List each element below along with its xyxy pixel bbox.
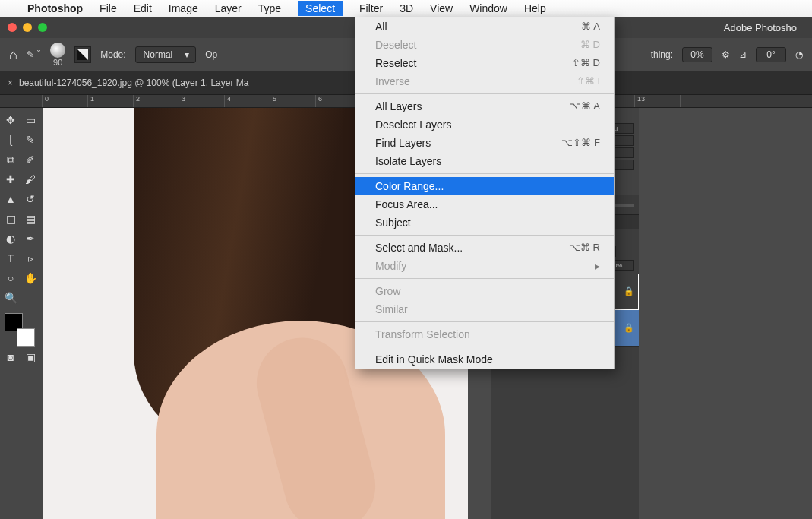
smoothing-input[interactable]: 0% bbox=[682, 47, 712, 62]
zoom-window-button[interactable] bbox=[38, 23, 47, 32]
healing-brush-tool[interactable]: ✚ bbox=[2, 170, 20, 188]
brush-tool-icon[interactable]: ✎ ˅ bbox=[27, 49, 41, 60]
menu-type[interactable]: Type bbox=[258, 2, 281, 14]
background-color[interactable] bbox=[17, 328, 35, 347]
menu-item-inverse[interactable]: Inverse⇧⌘ I bbox=[355, 72, 614, 90]
quick-mask-toggle[interactable]: ◙ bbox=[2, 348, 20, 366]
menu-item-deselect[interactable]: Deselect⌘ D bbox=[355, 36, 614, 54]
home-button[interactable]: ⌂ bbox=[9, 47, 17, 63]
menu-item-grow[interactable]: Grow bbox=[355, 282, 614, 300]
smoothing-options-icon[interactable]: ⚙ bbox=[722, 49, 730, 60]
foreground-background-colors[interactable] bbox=[2, 313, 38, 347]
brush-size-label: 90 bbox=[53, 58, 62, 67]
dodge-tool[interactable]: ◐ bbox=[2, 229, 20, 248]
path-select-tool[interactable]: ▹ bbox=[21, 249, 39, 267]
menu-item-find-layers[interactable]: Find Layers⌥⇧⌘ F bbox=[355, 134, 614, 152]
shape-tool[interactable]: ○ bbox=[2, 269, 20, 287]
menu-view[interactable]: View bbox=[430, 2, 453, 14]
mode-label: Mode: bbox=[100, 49, 125, 60]
select-menu-dropdown: All⌘ A Deselect⌘ D Reselect⇧⌘ D Inverse⇧… bbox=[355, 17, 615, 369]
pen-tool[interactable]: ✒ bbox=[21, 229, 39, 248]
menu-item-quick-mask[interactable]: Edit in Quick Mask Mode bbox=[355, 350, 614, 369]
document-tab-title[interactable]: beautiful-1274056_1920.jpg @ 100% (Layer… bbox=[19, 78, 248, 88]
menu-item-reselect[interactable]: Reselect⇧⌘ D bbox=[355, 54, 614, 72]
angle-icon: ⊿ bbox=[739, 49, 747, 60]
menu-edit[interactable]: Edit bbox=[134, 2, 152, 14]
hand-tool[interactable]: ✋ bbox=[21, 269, 39, 287]
menu-filter[interactable]: Filter bbox=[359, 2, 383, 14]
blend-mode-select[interactable]: Normal bbox=[135, 46, 197, 63]
close-tab-button[interactable]: × bbox=[8, 78, 13, 88]
menu-item-color-range[interactable]: Color Range... bbox=[355, 177, 614, 195]
eyedropper-tool[interactable]: ✐ bbox=[21, 150, 39, 169]
minimize-window-button[interactable] bbox=[23, 23, 32, 32]
crop-tool[interactable]: ⧉ bbox=[2, 150, 20, 169]
traffic-lights bbox=[8, 23, 47, 32]
menu-help[interactable]: Help bbox=[524, 2, 546, 14]
menu-item-all-layers[interactable]: All Layers⌥⌘ A bbox=[355, 97, 614, 116]
lasso-tool[interactable]: ɭ bbox=[2, 131, 20, 149]
menu-window[interactable]: Window bbox=[469, 2, 507, 14]
menu-item-modify[interactable]: Modify▸ bbox=[355, 257, 614, 275]
opacity-label-truncated: Op bbox=[205, 49, 217, 60]
window-title: Adobe Photosho bbox=[724, 22, 797, 33]
menu-item-select-and-mask[interactable]: Select and Mask...⌥⌘ R bbox=[355, 239, 614, 257]
lock-icon: 🔒 bbox=[624, 286, 634, 296]
history-brush-tool[interactable]: ↺ bbox=[21, 190, 39, 208]
quick-select-tool[interactable]: ✎ bbox=[21, 131, 39, 149]
close-window-button[interactable] bbox=[8, 23, 17, 32]
eraser-tool[interactable]: ◫ bbox=[2, 210, 20, 228]
menu-layer[interactable]: Layer bbox=[215, 2, 242, 14]
zoom-tool[interactable]: 🔍 bbox=[2, 289, 20, 307]
pressure-size-icon[interactable]: ◔ bbox=[795, 49, 803, 60]
move-tool[interactable]: ✥ bbox=[2, 111, 20, 129]
menu-select[interactable]: Select bbox=[298, 1, 343, 16]
artboard-tool[interactable]: ▭ bbox=[21, 111, 39, 129]
app-menu[interactable]: Photoshop bbox=[27, 2, 83, 14]
tools-panel: ✥ ▭ ɭ ✎ ⧉ ✐ ✚ 🖌 ▲ ↺ ◫ ▤ ◐ ✒ T ▹ ○ ✋ 🔍 ◙ … bbox=[0, 108, 43, 519]
menu-3d[interactable]: 3D bbox=[400, 2, 413, 14]
menu-item-isolate-layers[interactable]: Isolate Layers bbox=[355, 152, 614, 170]
gradient-tool[interactable]: ▤ bbox=[21, 210, 39, 228]
menu-item-focus-area[interactable]: Focus Area... bbox=[355, 195, 614, 214]
brush-panel-toggle[interactable] bbox=[74, 46, 91, 63]
menubar: Photoshop File Edit Image Layer Type Sel… bbox=[0, 0, 812, 17]
brush-tool[interactable]: 🖌 bbox=[21, 170, 39, 188]
menu-file[interactable]: File bbox=[100, 2, 117, 14]
menu-image[interactable]: Image bbox=[169, 2, 198, 14]
menu-item-subject[interactable]: Subject bbox=[355, 214, 614, 232]
menu-item-transform-selection[interactable]: Transform Selection bbox=[355, 325, 614, 343]
smoothing-label: thing: bbox=[651, 49, 673, 60]
menu-item-similar[interactable]: Similar bbox=[355, 300, 614, 318]
brush-preset-preview[interactable] bbox=[50, 43, 65, 58]
lock-icon: 🔒 bbox=[624, 323, 634, 333]
screen-mode-toggle[interactable]: ▣ bbox=[21, 348, 39, 366]
clone-stamp-tool[interactable]: ▲ bbox=[2, 190, 20, 208]
brush-angle-input[interactable]: 0° bbox=[756, 47, 786, 62]
type-tool[interactable]: T bbox=[2, 249, 20, 267]
menu-item-all[interactable]: All⌘ A bbox=[355, 17, 614, 36]
menu-item-deselect-layers[interactable]: Deselect Layers bbox=[355, 116, 614, 134]
